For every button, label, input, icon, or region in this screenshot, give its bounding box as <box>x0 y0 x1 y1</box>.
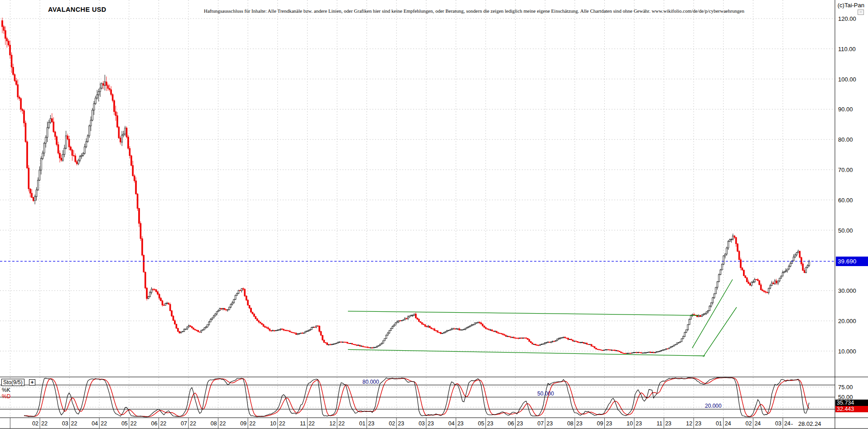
date-tick-label: 0622 <box>145 420 172 427</box>
add-indicator-icon[interactable]: + <box>29 379 35 386</box>
disclaimer-text: Haftungsausschluss für Inhalte: Alle Tre… <box>204 8 709 14</box>
date-tick-label: 1222 <box>323 420 351 427</box>
sto-axis-75-label: 75.00 <box>838 384 853 391</box>
date-tick-label: 0322 <box>56 420 83 427</box>
date-tick-label: 0323 <box>413 420 440 427</box>
price-tick-label: 110.00 <box>838 46 856 52</box>
date-tick-label: 0522 <box>116 420 143 427</box>
price-tick-label: 90.00 <box>838 106 853 113</box>
date-tick-label: 0623 <box>502 420 529 427</box>
price-tick-label: 10.000 <box>838 348 856 355</box>
current-price-badge: 39.690 <box>836 257 868 266</box>
date-tick-label: 0422 <box>86 420 113 427</box>
date-tick-label: 1022 <box>264 420 291 427</box>
chart-title: AVALANCHE USD <box>48 6 106 13</box>
collapse-panel-icon[interactable]: − <box>858 10 864 15</box>
date-tick-label: 0922 <box>234 420 261 427</box>
price-tick-label: 100.00 <box>838 76 856 83</box>
date-tick-label: 0523 <box>472 420 499 427</box>
chart-canvas <box>0 0 868 429</box>
price-tick-label: 20.000 <box>838 318 856 324</box>
date-tick-label: 0723 <box>531 420 559 427</box>
sto-level-50-label: 50.000 <box>537 391 554 397</box>
stochastic-indicator-label[interactable]: Sto(9/5) <box>1 379 24 386</box>
date-tick-label: 0823 <box>561 420 588 427</box>
date-tick-label: 0722 <box>175 420 202 427</box>
last-date-label: 28.02.24 <box>798 420 821 427</box>
d-value-badge: 32.443 <box>835 406 868 412</box>
date-tick-label: 0224 <box>739 420 767 427</box>
date-tick-label: 0923 <box>591 420 618 427</box>
price-tick-label: 50.00 <box>838 227 853 234</box>
price-tick-label: 80.00 <box>838 136 853 143</box>
chart-window: AVALANCHE USD Haftungsausschluss für Inh… <box>0 0 868 429</box>
date-tick-label: 0223 <box>383 420 410 427</box>
price-tick-label: 70.00 <box>838 167 853 173</box>
date-tick-label: 1122 <box>294 420 321 427</box>
date-tick-label: 0124 <box>710 420 737 427</box>
sto-level-20-label: 20.000 <box>705 403 722 409</box>
date-tick-label: 0423 <box>442 420 469 427</box>
price-tick-label: 120.00 <box>838 15 856 22</box>
k-line-label: %K <box>2 387 10 393</box>
date-tick-label: 0222 <box>26 420 53 427</box>
axis-separator-dash: - <box>791 420 793 427</box>
d-line-label: %D <box>2 393 10 400</box>
date-tick-label: 0822 <box>205 420 232 427</box>
date-tick-label: 1123 <box>651 420 678 427</box>
sto-level-80-label: 80.000 <box>362 379 379 385</box>
copyright-label: (c)Tai-Pan <box>838 2 864 9</box>
price-tick-label: 60.00 <box>838 197 853 204</box>
k-value-badge: 35.734 <box>835 400 868 406</box>
price-tick-label: 30.000 <box>838 287 856 294</box>
date-tick-label: 1223 <box>680 420 707 427</box>
date-tick-label: 1023 <box>621 420 648 427</box>
date-tick-label: 0123 <box>353 420 381 427</box>
